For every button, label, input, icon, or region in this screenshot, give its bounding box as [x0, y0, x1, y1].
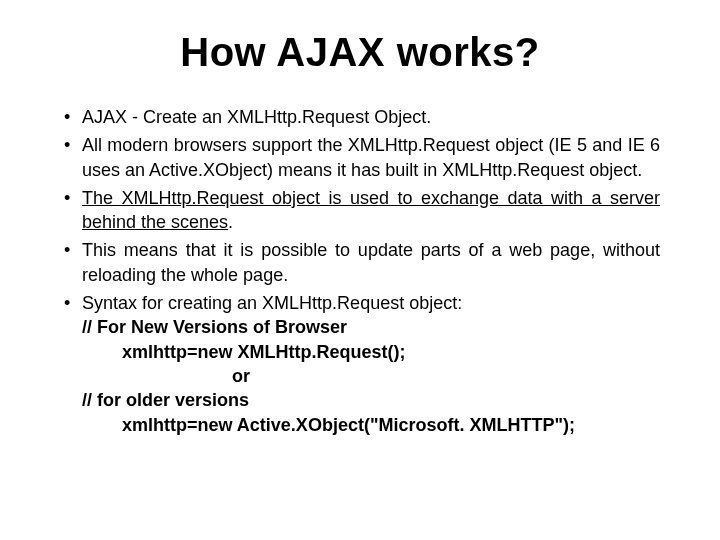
bullet-item-4: This means that it is possible to update… [60, 238, 660, 287]
code-line-3: or [82, 364, 660, 388]
bullet-item-1: AJAX - Create an XMLHttp.Request Object. [60, 105, 660, 129]
bullet-item-3-suffix: . [228, 212, 233, 232]
bullet-item-5-intro: Syntax for creating an XMLHttp.Request o… [82, 293, 462, 313]
slide-title: How AJAX works? [60, 30, 660, 75]
bullet-item-3: The XMLHttp.Request object is used to ex… [60, 186, 660, 235]
code-line-1: // For New Versions of Browser [82, 315, 660, 339]
code-line-2: xmlhttp=new XMLHttp.Request(); [82, 340, 660, 364]
bullet-item-5: Syntax for creating an XMLHttp.Request o… [60, 291, 660, 437]
code-line-5: xmlhttp=new Active.XObject("Microsoft. X… [82, 413, 660, 437]
bullet-list: AJAX - Create an XMLHttp.Request Object.… [60, 105, 660, 437]
slide: How AJAX works? AJAX - Create an XMLHttp… [0, 0, 720, 540]
bullet-item-3-text: The XMLHttp.Request object is used to ex… [82, 188, 660, 232]
bullet-item-2: All modern browsers support the XMLHttp.… [60, 133, 660, 182]
code-line-4: // for older versions [82, 388, 660, 412]
